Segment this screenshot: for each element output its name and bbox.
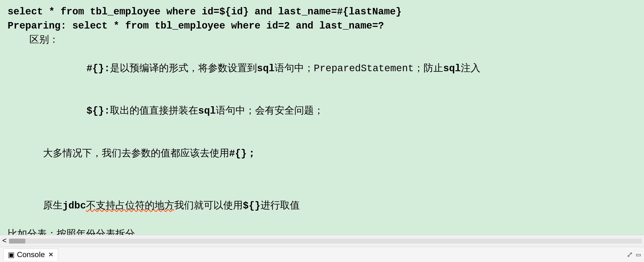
bottom-icons: ⤢ ▭ <box>627 250 641 259</box>
code-line-3: 区别： <box>8 33 636 47</box>
code-line-1: select * from tbl_employee where id=${id… <box>8 5 636 19</box>
jdbc-keyword: jdbc <box>63 200 86 211</box>
code-line-2: Preparing: select * from tbl_employee wh… <box>8 19 636 33</box>
minimize-icon[interactable]: ▭ <box>636 250 641 259</box>
hash-desc-3: 注入 <box>461 63 480 74</box>
scroll-left-indicator: < <box>2 237 7 245</box>
general-desc: 大多情况下，我们去参数的值都应该去使用 <box>43 148 229 159</box>
console-icon: ▣ <box>8 251 15 259</box>
sql-keyword-1: sql <box>257 63 275 74</box>
code-line-8: 比如分表；按照年份分表拆分 <box>8 227 636 235</box>
close-tab-icon[interactable]: ✕ <box>48 251 54 258</box>
native-desc-4: 进行取值 <box>260 200 300 211</box>
code-line-7: 原生jdbc不支持占位符的地方我们就可以使用${}进行取值 <box>8 185 636 227</box>
sql-keyword-3: sql <box>198 105 216 117</box>
code-line-5: ${}:取出的值直接拼装在sql语句中；会有安全问题； <box>8 90 636 133</box>
hash-brace-inline: #{}； <box>229 148 257 159</box>
scrollbar-area: < <box>0 235 644 247</box>
section-gap-1 <box>8 175 636 185</box>
main-container: select * from tbl_employee where id=${id… <box>0 0 644 262</box>
dollar-brace-inline: ${} <box>243 200 260 211</box>
dollar-desc-2: 语句中；会有安全问题； <box>216 105 324 117</box>
native-desc-1: 原生 <box>43 200 63 211</box>
scrollbar-thumb[interactable] <box>9 239 25 244</box>
dollar-desc-1: 取出的值直接拼装在 <box>110 105 198 117</box>
code-line-4: #{}:是以预编译的形式，将参数设置到sql语句中；PreparedStatem… <box>8 48 636 90</box>
bottom-bar: ▣ Console ✕ ⤢ ▭ <box>0 247 644 262</box>
hash-desc-1: 是以预编译的形式，将参数设置到 <box>110 63 257 74</box>
hash-desc-2: 语句中；PreparedStatement；防止 <box>275 63 443 74</box>
console-tab[interactable]: ▣ Console ✕ <box>3 248 58 261</box>
maximize-icon[interactable]: ⤢ <box>627 250 633 259</box>
horizontal-scrollbar[interactable] <box>9 239 642 244</box>
native-desc-2: 不支持占位符的地方 <box>86 200 174 211</box>
code-area: select * from tbl_employee where id=${id… <box>0 0 644 235</box>
code-line-6: 大多情况下，我们去参数的值都应该去使用#{}； <box>8 133 636 175</box>
native-desc-3: 我们就可以使用 <box>174 200 243 211</box>
hash-brace-label: #{}: <box>87 63 110 74</box>
console-tab-label: Console <box>17 250 45 259</box>
sql-keyword-2: sql <box>443 63 461 74</box>
dollar-brace-label: ${}: <box>87 105 110 117</box>
